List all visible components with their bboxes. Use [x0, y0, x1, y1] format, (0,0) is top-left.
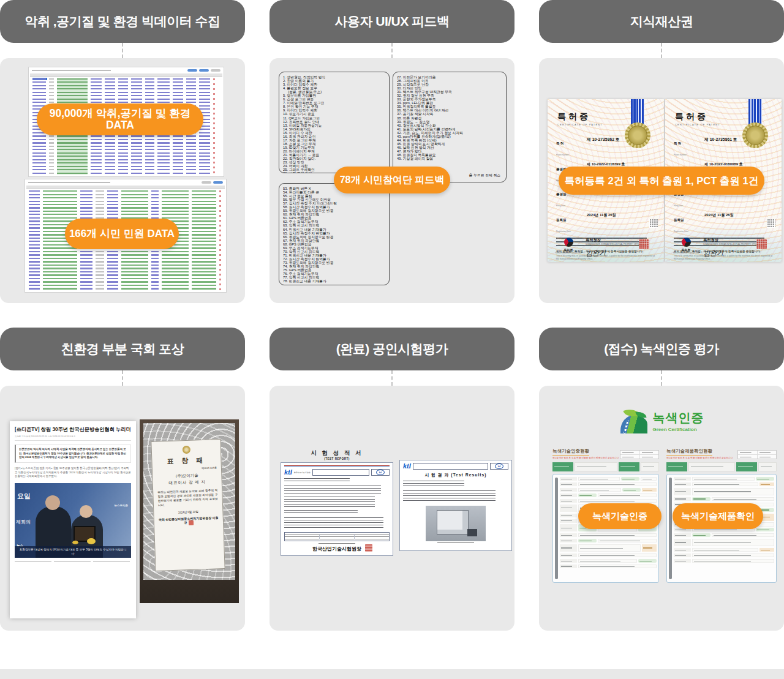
- document-rule-decoration: [284, 465, 390, 467]
- text-lines-decoration: [284, 497, 375, 508]
- toolbar-button: [202, 181, 211, 184]
- ktl-stamp-icon: ktl: [371, 469, 390, 476]
- bottom-strip: [0, 669, 784, 679]
- ceremony-photo: 요일 제회의 뉴스프리존 뉴스 친환경부문 대상에 장예지 (주)모이기술 대표…: [15, 483, 131, 558]
- spreadsheet-toolbar: [28, 181, 223, 184]
- card-green-body: 녹색인증 Green Certification 녹색기술인증현황 ※입금계좌 …: [539, 386, 784, 631]
- card-test-header: (완료) 공인시험평가: [270, 328, 514, 370]
- form-top-row-decoration: [666, 462, 777, 471]
- qr-code-icon: [767, 219, 775, 228]
- green-certification-logo: 녹색인증 Green Certification: [539, 408, 784, 433]
- text-lines-decoration: [403, 490, 496, 503]
- photo-credit-line-decoration: [15, 560, 131, 563]
- card-award-title: 친환경 부분 국회 포상: [61, 340, 184, 358]
- feedback-list-27-52: 27. 비전문가 보기어려움28. 그래프변동 이유29. 시각적으로 난잡30…: [393, 72, 507, 182]
- plaque-title: 표 창 패: [156, 455, 216, 466]
- card-bigdata-title: 악취 ,공기질 및 환경 빅데이터 수집: [24, 13, 220, 30]
- feedback-item: 78. 민원신고 내용 기재불가: [283, 279, 385, 283]
- card-test-title: (완료) 공인시험평가: [336, 340, 448, 358]
- green-cert-logo-sub: Green Certification: [653, 427, 704, 432]
- badge-complaint-data: 166개 시민 민원 DATA: [65, 219, 179, 249]
- red-seal-icon: [365, 544, 372, 552]
- toolbar-button: [187, 69, 197, 72]
- red-seal-icon: [188, 520, 193, 525]
- text-lines-decoration: [284, 510, 358, 515]
- card-patents-body: 특허증 CERTIFICATE OF PATENT 특 허Patent Numb…: [539, 58, 784, 303]
- kipo-logo-icon: [564, 238, 573, 247]
- feedback-list-right: 27. 비전문가 보기어려움28. 그래프변동 이유29. 시각적으로 난잡30…: [397, 75, 502, 160]
- text-lines-decoration: [284, 478, 350, 483]
- form-title: 녹색기술인증현황: [552, 448, 589, 456]
- registration-date: 2024년 11월 26일: [587, 212, 616, 234]
- article-byline: 김경훈 기자 입력 2024.09.20 22:10 수정 2024.09.24…: [15, 435, 131, 441]
- card-bigdata: 악취 ,공기질 및 환경 빅데이터 수집: [0, 0, 245, 303]
- registration-date: 2024년 11월 26일: [704, 212, 734, 234]
- test-results-title: 시 험 결 과 (Test Results): [403, 472, 508, 478]
- form-title: 녹색기술제품확인현황: [666, 448, 712, 456]
- feedback-item: 49. 기상청 페이지 같음: [397, 157, 502, 160]
- patent-number: 제 10-2735862 호: [587, 136, 620, 158]
- card-award: 친환경 부분 국회 포상 표 창 패 제2024-024호 (주)모이기술 대표…: [0, 328, 245, 631]
- ktl-logo: ktl: [284, 469, 292, 476]
- feedback-list-53-78: 53. 홈화면 버튼 X54. 트라이볼외 다른 곳55. 시간 정보 틀림56…: [279, 183, 390, 285]
- news-article: [쓰디즌TV] 창립 30주년 한국신문방송인협회 누리더 대상 3 김경훈 기…: [10, 421, 136, 618]
- card-award-header: 친환경 부분 국회 포상: [0, 328, 245, 370]
- badge-patent-summary: 특허등록 2건 외 특허 출원 1, PCT 출원 1건: [559, 167, 764, 195]
- article-lead-quote: 언론본연의 역사적 의식과 시대적 사명을 자각해 언론분야에 종사하고 있는 …: [15, 445, 131, 463]
- dashed-connector: [391, 43, 393, 58]
- plaque-date: 2024년 9월 20일: [158, 509, 218, 514]
- qr-code-icon: [649, 219, 658, 228]
- text-lines-decoration: [284, 486, 381, 494]
- spreadsheet-header-row: [26, 186, 225, 189]
- test-report-title: 시 험 성 적 서 (TEST REPORT): [281, 449, 393, 460]
- card-feedback-header: 사용자 UI/UX 피드백: [270, 0, 514, 43]
- badge-environment-data: 90,000개 악취,공기질 및 환경 DATA: [37, 103, 203, 135]
- photo-caption-overlay: 친환경부문 대상에 장예지 (주)모이기술 대표 등 모두 3명이 단체의 수상…: [15, 546, 131, 558]
- report-number-box-decoration: [312, 469, 369, 476]
- assembly-emblem-icon: [182, 446, 190, 454]
- spreadsheet-header-row: [30, 73, 222, 77]
- test-report-document: 시 험 성 적 서 (TEST REPORT) ktl 한국산업기술시험원 kt…: [281, 449, 393, 556]
- signature-box-decoration: [284, 532, 390, 541]
- dashed-connector: [122, 43, 123, 58]
- green-cert-mark-icon: [619, 408, 647, 433]
- dashed-connector: [122, 370, 123, 386]
- badge-green-tech-product: 녹색기술제품확인: [673, 503, 763, 529]
- form-top-row-decoration: [552, 462, 659, 471]
- patent-number: 제 10-2735861 호: [704, 136, 737, 158]
- test-results-document: ktl ktl 시 험 결 과 (Test Results): [399, 458, 512, 551]
- article-paragraph: [경기=뉴스프리존]김경훈 기자= 창립 30주년을 맞이한 한국신문방송협회(…: [15, 467, 131, 479]
- badge-green-tech-cert: 녹색기술인증: [578, 503, 662, 529]
- award-plaque-photo: 표 창 패 제2024-024호 (주)모이기술 대표이사 장 예 지 귀하는 …: [140, 419, 239, 603]
- red-seal-icon: [756, 239, 767, 249]
- plaque-recipient: 대표이사 장 예 지: [157, 479, 217, 486]
- dashed-connector: [661, 43, 662, 58]
- card-bigdata-header: 악취 ,공기질 및 환경 빅데이터 수집: [0, 0, 245, 43]
- ktl-stamp-icon: ktl: [490, 463, 508, 470]
- green-cert-logo-text: 녹색인증: [653, 410, 704, 426]
- report-number-box-decoration: [413, 463, 488, 470]
- feedback-list-1-26: 1. 생년월일, 직접입력 방식2. 한글 이름외 불가3. 아이디 입력수 제…: [279, 72, 390, 173]
- plaque-number: 제2024-024호: [157, 466, 217, 471]
- dashed-connector: [661, 370, 662, 386]
- badge-citizen-feedback: 78개 시민참여단 피드백: [334, 167, 450, 193]
- card-green: (접수) 녹색인증 평가 녹색인증 Green Certification 녹색…: [539, 328, 784, 631]
- patent-title: 특허증: [557, 111, 664, 122]
- card-green-title: (접수) 녹색인증 평가: [604, 340, 719, 358]
- plaque-body-text: 귀하는 대한민국 새로운 도약을 위해 중추적 역할과 모범적인 경영 관리로 …: [157, 488, 218, 508]
- patent-subtitle: CERTIFICATE OF PATENT: [557, 123, 664, 126]
- commendation-plate: 표 창 패 제2024-024호 (주)모이기술 대표이사 장 예 지 귀하는 …: [151, 439, 225, 571]
- ktl-org-name: 한국산업기술시험원: [294, 471, 311, 474]
- card-test-body: 시 험 성 적 서 (TEST REPORT) ktl 한국산업기술시험원 kt…: [270, 386, 514, 631]
- mini-table-decoration: [620, 450, 659, 459]
- text-lines-decoration: [403, 481, 464, 488]
- dashed-connector: [391, 370, 393, 386]
- date-line-decoration: [318, 543, 355, 544]
- photo-background-text: 제회의: [16, 519, 31, 525]
- photo-watermark: 뉴스프리존: [115, 504, 129, 507]
- card-patents-title: 지식재산권: [630, 13, 693, 30]
- card-patents: 지식재산권 특허증 CERTIFICATE OF PATENT 특 허Paten…: [539, 0, 784, 303]
- feedback-fragment: 을 누르면 전체 취소: [469, 173, 500, 178]
- toolbar-button: [213, 181, 223, 184]
- card-green-header: (접수) 녹색인증 평가: [539, 328, 784, 370]
